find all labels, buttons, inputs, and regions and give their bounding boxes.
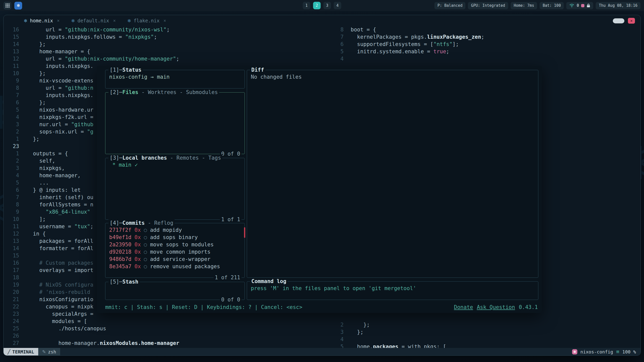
code-line: 12 url = "github:nix-community/home-mana… — [4, 55, 179, 63]
code-line: 25 ./hosts/canopus — [4, 325, 179, 332]
editor-tab-default.nix[interactable]: ❄default.nix× — [71, 18, 116, 23]
shell-tab[interactable]: ✎ zsh — [38, 348, 60, 355]
workspace-1[interactable]: 1 — [303, 2, 310, 9]
tab-close-icon[interactable]: × — [57, 18, 60, 23]
panel-name: Commits — [123, 219, 145, 227]
line-number: 4 — [4, 114, 19, 121]
line-number: 5 — [4, 179, 19, 187]
clock: Thu Aug 08, 18:16 — [596, 2, 640, 9]
editor-pane-right-top[interactable]: 8boot = {7 kernelPackages = pkgs.linuxPa… — [331, 26, 484, 63]
power-profile-status: P: Balanced — [434, 2, 465, 9]
commit-row[interactable]: 2a239500x○move sops to modules — [109, 241, 241, 248]
panel-number: [2]─ — [110, 89, 123, 96]
lazygit-footer-links: Donate Ask Question 0.43.1 — [454, 304, 538, 311]
commit-row[interactable]: 8e345a70x○remove unused packages — [109, 263, 241, 270]
line-number: 6 — [4, 99, 19, 106]
code-line: 26 — [4, 332, 179, 340]
commit-row[interactable]: b49ef1d0x○add sops binary — [109, 234, 241, 241]
commit-auth: 0x — [135, 248, 141, 256]
line-number: 7 — [4, 194, 19, 201]
editor-pane-right-bottom[interactable]: 2 };3 };45 home.packages = with pkgs; [ — [331, 321, 446, 350]
panel-subtitle: - Remotes - Tags — [167, 154, 221, 162]
line-number: 4 — [331, 55, 344, 63]
commit-msg: move common imports — [150, 248, 210, 256]
panel-name: Files — [123, 89, 138, 96]
commit-hash: 2717f2f — [109, 227, 132, 234]
workspace-3[interactable]: 3 — [324, 2, 331, 9]
gpu-status: GPU: Integrated — [468, 2, 508, 9]
line-number: 7 — [4, 92, 19, 99]
lazygit-files-panel[interactable]: [2]─Files - Worktrees - Submodules 0 of … — [105, 92, 245, 154]
commit-node: ○ — [144, 241, 147, 248]
panel-number: [4]─ — [110, 219, 123, 227]
session-name: nixos-config — [580, 349, 613, 354]
line-number: 3 — [4, 165, 19, 172]
top-bar-left: ❄ — [4, 2, 22, 10]
lazygit-branches-panel[interactable]: [3]─Local branches - Remotes - Tags * ma… — [105, 158, 245, 220]
commit-row[interactable]: 2717f2f0x○add mopidy — [109, 227, 241, 234]
code-line: 4 — [331, 55, 484, 63]
code-line: 6 supportedFilesystems = ["ntfs"]; — [331, 41, 484, 48]
line-number: 4 — [331, 336, 344, 343]
lazygit-stash-panel[interactable]: [5]─Stash 0 of 0 — [105, 282, 245, 300]
line-number: 5 — [4, 106, 19, 114]
close-icon: × — [630, 18, 633, 23]
panel-title: [2]─Files - Worktrees - Submodules — [108, 89, 219, 96]
nix-snowflake-glyph: ❄ — [16, 3, 20, 8]
commit-hash: 9486b7d — [109, 256, 132, 263]
system-tray[interactable]: 0 — [566, 2, 593, 9]
keybindings-hint: mmit: c | Stash: s | Reset: D | Keybindi… — [105, 304, 302, 311]
workspace-4[interactable]: 4 — [334, 2, 341, 9]
scrollback-icon: ≡ — [616, 349, 619, 355]
mode-icon: ╱ — [8, 349, 10, 354]
commit-msg: remove unused packages — [150, 263, 220, 270]
panel-name: Local branches — [123, 154, 167, 162]
panel-title: Diff — [250, 66, 265, 74]
line-number: 15 — [4, 252, 19, 259]
recorder-icon — [581, 4, 584, 7]
network-latency-status: Home: 7ms — [511, 2, 537, 9]
line-number: 10 — [4, 70, 19, 77]
commit-msg: add sops binary — [150, 234, 198, 241]
scrollbar-thumb[interactable] — [244, 227, 245, 238]
line-number: 3 — [4, 121, 19, 128]
commit-auth: 0x — [135, 241, 141, 248]
window-close-button[interactable]: × — [628, 18, 635, 24]
panel-number: [5]─ — [110, 278, 123, 286]
commit-row[interactable]: d9202180x○move common imports — [109, 248, 241, 256]
line-number: 4 — [4, 172, 19, 179]
tab-close-icon[interactable]: × — [113, 18, 116, 23]
editor-tab-home.nix[interactable]: ❄home.nix× — [24, 18, 60, 23]
status-bar: ╱ TERMINAL ✎ zsh nixos-config ≡ 100 % — [4, 348, 640, 355]
lazygit-status-panel[interactable]: [1]─Status nixos-config → main — [105, 70, 245, 88]
lock-icon — [587, 4, 590, 8]
panel-title: [5]─Stash — [108, 278, 140, 286]
tab-label: flake.nix — [134, 18, 159, 23]
lazygit-command-log-panel[interactable]: Command log press 'M' in the files panel… — [247, 281, 538, 300]
workspace-2[interactable]: 2 — [313, 2, 321, 9]
commit-row[interactable]: 9486b7d0x○add service-wrapper — [109, 256, 241, 263]
ask-question-link[interactable]: Ask Question — [477, 304, 515, 311]
commit-auth: 0x — [135, 256, 141, 263]
commit-node: ○ — [144, 256, 147, 263]
app-launcher-icon[interactable] — [4, 2, 11, 10]
panel-counter: 0 of 0 — [220, 150, 242, 158]
tab-close-icon[interactable]: × — [164, 18, 166, 23]
editor-tab-flake.nix[interactable]: ❄flake.nix× — [127, 18, 166, 23]
donate-link[interactable]: Donate — [454, 304, 473, 311]
commit-hash: 2a23950 — [109, 241, 132, 248]
line-number: 24 — [4, 318, 19, 325]
nixos-app-icon[interactable]: ❄ — [14, 2, 22, 10]
lazygit-commits-panel[interactable]: [4]─Commits - Reflog 2717f2f0x○add mopid… — [105, 223, 245, 278]
commit-hash: d920218 — [109, 248, 132, 256]
code-line: 4 — [331, 336, 446, 343]
line-number: 21 — [4, 296, 19, 303]
panel-name: Stash — [123, 278, 138, 286]
line-number: 23 — [4, 143, 19, 150]
editor-tab-bar: ❄home.nix×❄default.nix×❄flake.nix× — [4, 15, 640, 26]
line-number: 11 — [4, 63, 19, 70]
branch-row[interactable]: * main ✓ — [109, 161, 241, 169]
panel-number: [3]─ — [110, 154, 123, 162]
lazygit-diff-panel[interactable]: Diff No changed files — [247, 70, 538, 278]
window-toggle-pill[interactable] — [613, 18, 624, 23]
